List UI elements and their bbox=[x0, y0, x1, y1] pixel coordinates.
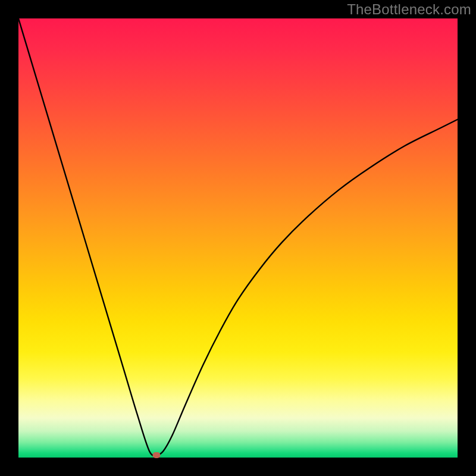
plot-area bbox=[18, 18, 458, 458]
watermark-text: TheBottleneck.com bbox=[347, 1, 471, 18]
optimum-marker bbox=[153, 452, 161, 458]
chart-frame: TheBottleneck.com bbox=[0, 0, 476, 476]
bottleneck-curve bbox=[18, 18, 458, 458]
